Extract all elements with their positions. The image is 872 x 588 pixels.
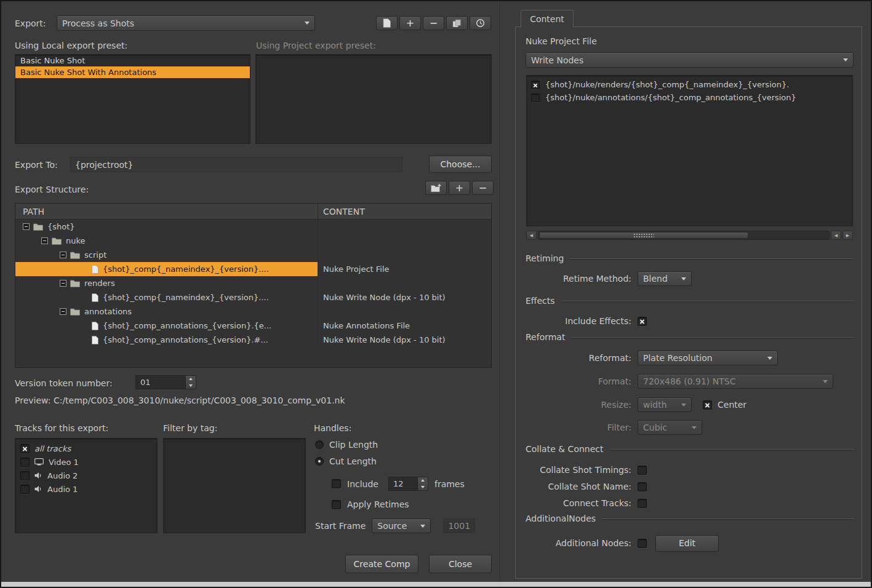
tree-row[interactable]: {shot}: [15, 220, 491, 234]
column-header-path[interactable]: PATH: [15, 204, 318, 219]
clip-length-radio[interactable]: [315, 440, 324, 449]
connect-tracks-checkbox[interactable]: [638, 499, 647, 508]
write-node-checkbox[interactable]: [531, 93, 540, 102]
new-preset-button[interactable]: [376, 16, 398, 30]
section-additional-nodes: AdditionalNodes: [526, 514, 854, 523]
add-structure-item-button[interactable]: [449, 181, 470, 195]
track-label: Audio 2: [47, 471, 78, 480]
create-comp-button[interactable]: Create Comp: [345, 555, 418, 573]
plus-icon: [455, 183, 463, 193]
scroll-left-icon[interactable]: [526, 231, 537, 240]
include-checkbox[interactable]: [332, 479, 341, 488]
format-dropdown[interactable]: 720x486 (0.91) NTSC: [638, 374, 833, 389]
scrollbar-track[interactable]: [538, 231, 830, 240]
collate-shot-name-checkbox[interactable]: [638, 482, 647, 491]
remove-preset-button[interactable]: [423, 16, 444, 30]
spin-down-icon[interactable]: [418, 484, 428, 491]
version-token-value[interactable]: 01: [135, 375, 186, 389]
list-item[interactable]: Basic Nuke Shot With Annotations: [15, 66, 250, 78]
write-node-checkbox[interactable]: [531, 81, 540, 89]
tree-row[interactable]: {shot}_comp_annotations_{version}.#... N…: [15, 333, 491, 347]
track-item[interactable]: Audio 1: [15, 482, 157, 496]
additional-nodes-checkbox[interactable]: [638, 539, 647, 548]
tracks-label: Tracks for this export:: [15, 423, 108, 433]
export-preset-dropdown[interactable]: Process as Shots: [57, 15, 315, 31]
list-item[interactable]: Basic Nuke Shot: [15, 55, 250, 66]
write-node-item[interactable]: {shot}/nuke/annotations/{shot}_comp_anno…: [527, 91, 852, 104]
cut-length-option[interactable]: Cut Length: [315, 456, 377, 466]
cut-length-radio[interactable]: [315, 457, 324, 466]
spin-down-icon[interactable]: [186, 383, 196, 389]
tree-row[interactable]: annotations: [15, 304, 491, 319]
track-item[interactable]: Video 1: [15, 455, 157, 469]
edit-button-label: Edit: [679, 538, 695, 548]
clip-length-option[interactable]: Clip Length: [315, 440, 378, 450]
clip-length-label: Clip Length: [329, 440, 378, 450]
apply-retimes-row[interactable]: Apply Retimes: [332, 499, 409, 509]
column-header-content[interactable]: CONTENT: [318, 207, 491, 217]
tree-path-label: {shot}_comp{_nameindex}_{version}....: [103, 264, 269, 274]
include-effects-checkbox[interactable]: [638, 317, 647, 326]
remove-structure-item-button[interactable]: [472, 181, 494, 195]
write-nodes-dropdown[interactable]: Write Nodes: [526, 52, 854, 68]
tree-row[interactable]: nuke: [15, 234, 491, 248]
track-checkbox[interactable]: [20, 471, 30, 480]
spin-up-icon[interactable]: [186, 376, 196, 383]
start-frame-field[interactable]: 1001: [443, 518, 475, 533]
apply-retimes-checkbox[interactable]: [332, 500, 341, 509]
version-token-spinner[interactable]: 01: [135, 375, 196, 389]
collapse-icon[interactable]: [41, 237, 48, 244]
copy-preset-to-project-button[interactable]: [446, 16, 468, 30]
spin-up-icon[interactable]: [418, 477, 428, 484]
start-frame-label: Start Frame: [315, 521, 366, 531]
collapse-icon[interactable]: [60, 252, 66, 258]
scrollbar-thumb[interactable]: [539, 232, 748, 239]
track-label: all tracks: [34, 444, 71, 453]
collapse-icon[interactable]: [60, 280, 66, 287]
tree-row[interactable]: renders: [15, 276, 491, 290]
resize-dropdown[interactable]: width: [638, 397, 692, 412]
tree-content-label: Nuke Write Node (dpx - 10 bit): [318, 293, 491, 302]
tree-row[interactable]: {shot}_comp_annotations_{version}.{e... …: [15, 319, 491, 333]
filter-dropdown[interactable]: Cubic: [638, 420, 702, 435]
section-additional-label: AdditionalNodes: [526, 514, 596, 523]
project-preset-list[interactable]: [255, 54, 492, 144]
reformat-dropdown[interactable]: Plate Resolution: [638, 351, 778, 365]
section-effects-label: Effects: [526, 296, 555, 306]
collate-shot-timings-checkbox[interactable]: [638, 466, 647, 475]
center-label: Center: [718, 400, 746, 410]
include-frames-value[interactable]: 12: [388, 477, 418, 491]
collapse-icon[interactable]: [23, 223, 30, 230]
tree-row[interactable]: script: [15, 248, 491, 262]
include-frames-spinner[interactable]: 12: [388, 477, 428, 491]
write-nodes-value: Write Nodes: [531, 55, 838, 65]
new-document-icon: [383, 18, 391, 28]
add-folder-button[interactable]: [425, 181, 447, 195]
close-button[interactable]: Close: [429, 555, 492, 573]
revert-presets-button[interactable]: [470, 16, 491, 30]
handles-label: Handles:: [314, 423, 351, 433]
filter-by-tag-box[interactable]: [163, 438, 306, 533]
tree-row[interactable]: {shot}_comp{_nameindex}_{version}.... Nu…: [15, 262, 491, 276]
scroll-left-icon[interactable]: [831, 231, 841, 240]
choose-button[interactable]: Choose...: [429, 156, 492, 173]
track-checkbox[interactable]: [20, 444, 30, 453]
add-preset-button[interactable]: [399, 16, 421, 30]
edit-button[interactable]: Edit: [655, 535, 719, 552]
folder-icon: [70, 280, 80, 287]
tab-content[interactable]: Content: [521, 10, 574, 27]
track-checkbox[interactable]: [20, 458, 30, 467]
start-frame-dropdown[interactable]: Source: [372, 518, 431, 533]
retime-method-dropdown[interactable]: Blend: [638, 271, 692, 286]
divider: [602, 518, 854, 519]
start-frame-row: Start Frame Source 1001: [315, 518, 475, 533]
export-to-field[interactable]: {projectroot}: [70, 157, 402, 172]
scroll-right-icon[interactable]: [842, 231, 853, 240]
track-item[interactable]: Audio 2: [15, 469, 157, 482]
write-node-item[interactable]: {shot}/nuke/renders/{shot}_comp{_nameind…: [527, 78, 852, 91]
center-checkbox[interactable]: [703, 400, 712, 410]
collapse-icon[interactable]: [60, 308, 66, 315]
track-checkbox[interactable]: [20, 485, 30, 494]
tree-row[interactable]: {shot}_comp{_nameindex}_{version}.... Nu…: [15, 290, 491, 304]
track-item[interactable]: all tracks: [15, 442, 157, 455]
